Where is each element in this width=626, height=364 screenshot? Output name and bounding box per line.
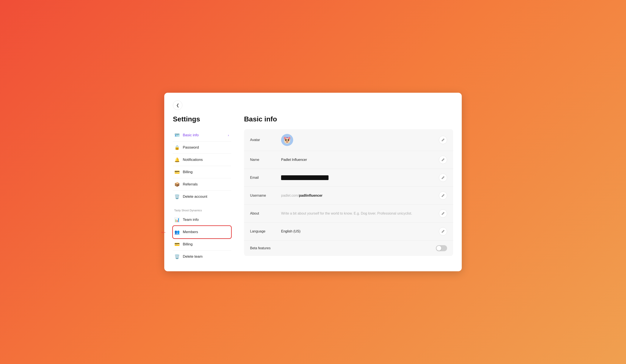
team-section-label: Tasty Shoot Dynamics — [173, 209, 231, 212]
edit-email-button[interactable] — [439, 174, 447, 182]
form-value-username: padlet.com/padlinfluencer — [281, 194, 434, 198]
billing-icon: 💳 — [174, 169, 180, 175]
form-value-name: Padlet Influencer — [281, 158, 434, 162]
red-arrow-icon: ← — [160, 228, 167, 236]
beta-features-toggle[interactable] — [436, 245, 447, 251]
form-label-about: About — [250, 211, 276, 215]
sidebar-label-notifications: Notifications — [183, 158, 203, 162]
page-title: Basic info — [244, 115, 453, 123]
sidebar-item-team-info[interactable]: 📊Team info — [173, 214, 231, 226]
form-label-email: Email — [250, 176, 276, 180]
sidebar-item-team-billing[interactable]: 💳Billing — [173, 238, 231, 250]
form-row-avatar: Avatar — [244, 129, 453, 151]
team-billing-icon: 💳 — [174, 242, 180, 247]
sidebar-item-basic-info[interactable]: 🪪Basic info› — [173, 129, 231, 141]
toggle-knob — [436, 246, 441, 250]
delete-account-icon: 🗑️ — [174, 194, 180, 199]
team-nav: 📊Team info👥Members←💳Billing🗑️Delete team — [173, 214, 231, 263]
svg-point-4 — [285, 140, 286, 140]
sidebar-item-referrals[interactable]: 📦Referrals — [173, 178, 231, 190]
form-row-about: AboutWrite a bit about yourself for the … — [244, 205, 453, 223]
form-card: Avatar NamePadlet InfluencerEmailUsernam… — [244, 129, 453, 256]
back-icon: ❮ — [176, 103, 179, 108]
app-window: ❮ Settings 🪪Basic info›🔒Password🔔Notific… — [164, 93, 462, 271]
form-value-language: English (US) — [281, 229, 434, 233]
settings-title: Settings — [173, 115, 231, 123]
form-label-avatar: Avatar — [250, 138, 276, 142]
sidebar-item-password[interactable]: 🔒Password — [173, 141, 231, 154]
sidebar-item-billing[interactable]: 💳Billing — [173, 166, 231, 178]
main-content: Basic info Avatar NamePadlet InfluencerE… — [235, 115, 453, 263]
edit-about-button[interactable] — [439, 209, 447, 218]
sidebar: Settings 🪪Basic info›🔒Password🔔Notificat… — [173, 115, 235, 263]
basic-info-icon: 🪪 — [174, 133, 180, 138]
avatar — [281, 134, 293, 146]
form-row-beta: Beta features — [244, 241, 453, 256]
sidebar-item-delete-account[interactable]: 🗑️Delete account — [173, 191, 231, 203]
team-info-icon: 📊 — [174, 217, 180, 222]
edit-language-button[interactable] — [439, 227, 447, 236]
form-value-about: Write a bit about yourself for the world… — [281, 211, 434, 215]
edit-avatar-button[interactable] — [439, 136, 447, 144]
sidebar-item-delete-team[interactable]: 🗑️Delete team — [173, 250, 231, 263]
form-row-name: NamePadlet Influencer — [244, 151, 453, 169]
svg-point-7 — [286, 141, 287, 142]
form-label-name: Name — [250, 158, 276, 162]
layout: Settings 🪪Basic info›🔒Password🔔Notificat… — [173, 115, 453, 263]
personal-nav: 🪪Basic info›🔒Password🔔Notifications💳Bill… — [173, 129, 231, 203]
edit-username-button[interactable] — [439, 192, 447, 200]
form-label-username: Username — [250, 194, 276, 198]
svg-rect-11 — [286, 137, 288, 138]
sidebar-label-delete-account: Delete account — [183, 195, 207, 199]
delete-team-icon: 🗑️ — [174, 254, 180, 259]
password-icon: 🔒 — [174, 145, 180, 150]
sidebar-label-delete-team: Delete team — [183, 254, 203, 259]
sidebar-label-members: Members — [183, 230, 198, 234]
form-label-beta: Beta features — [250, 246, 276, 250]
back-button[interactable]: ❮ — [173, 100, 182, 110]
form-label-language: Language — [250, 229, 276, 233]
sidebar-label-team-billing: Billing — [183, 242, 193, 246]
notifications-icon: 🔔 — [174, 157, 180, 162]
edit-name-button[interactable] — [439, 156, 447, 164]
form-row-username: Usernamepadlet.com/padlinfluencer — [244, 187, 453, 205]
sidebar-label-team-info: Team info — [183, 218, 199, 222]
chevron-icon: › — [228, 133, 229, 137]
form-value-email — [281, 175, 434, 180]
sidebar-label-referrals: Referrals — [183, 182, 198, 187]
sidebar-item-members[interactable]: 👥Members — [173, 226, 231, 238]
sidebar-label-basic-info: Basic info — [183, 133, 199, 137]
svg-point-5 — [288, 140, 289, 140]
form-row-email: Email — [244, 169, 453, 187]
members-icon: 👥 — [174, 229, 180, 235]
sidebar-label-billing: Billing — [183, 170, 193, 174]
svg-point-8 — [288, 141, 288, 142]
sidebar-item-notifications[interactable]: 🔔Notifications — [173, 154, 231, 166]
referrals-icon: 📦 — [174, 182, 180, 187]
sidebar-label-password: Password — [183, 145, 199, 150]
email-redacted — [281, 175, 328, 180]
form-row-language: LanguageEnglish (US) — [244, 223, 453, 241]
